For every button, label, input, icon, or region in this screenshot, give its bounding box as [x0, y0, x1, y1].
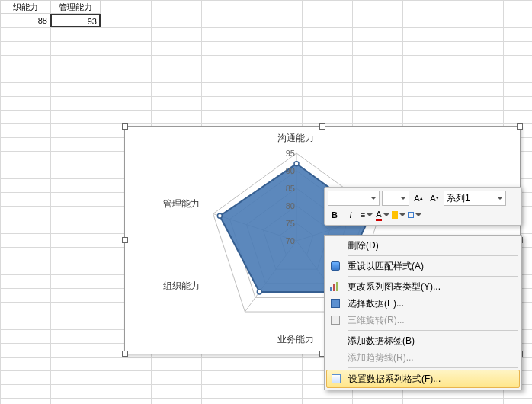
- ctx-delete[interactable]: 删除(D): [326, 237, 520, 254]
- shrink-font-button[interactable]: A▾: [428, 191, 441, 205]
- ctx-select-data[interactable]: 选择数据(E)...: [326, 295, 520, 312]
- select-data-icon: [329, 297, 341, 309]
- bold-button[interactable]: B: [328, 208, 341, 222]
- align-button[interactable]: ≡: [360, 208, 373, 222]
- ctx-reset-style[interactable]: 重设以匹配样式(A): [326, 258, 520, 274]
- rotate-3d-icon: [329, 314, 341, 326]
- axis-label-top: 沟通能力: [277, 132, 314, 145]
- font-combo[interactable]: [328, 191, 380, 206]
- axis-label-left-lower: 组织能力: [163, 280, 200, 293]
- ctx-add-trendline: 添加趋势线(R)...: [326, 349, 520, 366]
- spreadsheet-grid[interactable]: for(let i=0;i<30;i++)document.write('<di…: [0, 0, 532, 404]
- grow-font-button[interactable]: A▴: [412, 191, 425, 205]
- ctx-add-data-label[interactable]: 添加数据标签(B): [326, 332, 520, 349]
- font-color-button[interactable]: A: [376, 208, 389, 222]
- size-combo[interactable]: [382, 191, 409, 206]
- ctx-change-chart-type[interactable]: 更改系列图表类型(Y)...: [326, 278, 520, 295]
- reset-icon: [329, 260, 341, 272]
- svg-point-16: [217, 213, 222, 218]
- value-cell-1[interactable]: 88: [0, 14, 50, 27]
- italic-button[interactable]: I: [344, 208, 357, 222]
- fill-color-button[interactable]: [392, 208, 405, 222]
- header-cell-1[interactable]: 织能力: [0, 0, 50, 14]
- ctx-3d-rotate: 三维旋转(R)...: [326, 312, 520, 329]
- axis-label-left-upper: 管理能力: [163, 197, 200, 210]
- series-selector[interactable]: 系列1: [444, 191, 506, 206]
- svg-point-12: [294, 162, 299, 166]
- axis-label-bottom: 业务能力: [277, 333, 314, 346]
- mini-format-toolbar[interactable]: A▴ A▾ 系列1 B I ≡ A: [324, 187, 522, 226]
- svg-point-15: [257, 290, 261, 294]
- outline-button[interactable]: [408, 208, 421, 222]
- chart-type-icon: [329, 281, 341, 293]
- format-icon: [330, 373, 342, 385]
- context-menu: 删除(D) 重设以匹配样式(A) 更改系列图表类型(Y)... 选择数据(E).…: [324, 235, 522, 390]
- header-cell-2[interactable]: 管理能力: [50, 0, 101, 14]
- value-cell-2-selected[interactable]: 93: [50, 14, 101, 27]
- ctx-format-series[interactable]: 设置数据系列格式(F)...: [326, 370, 520, 388]
